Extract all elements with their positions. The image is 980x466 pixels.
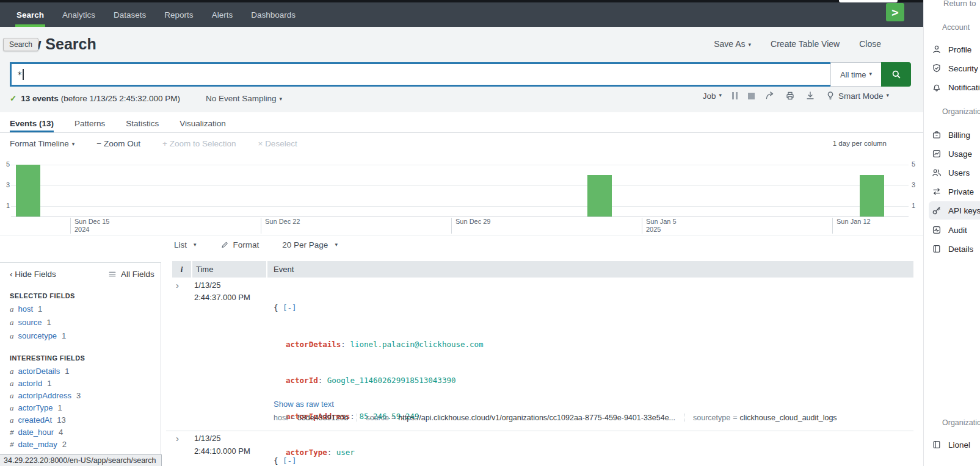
x-icon: × [258, 139, 263, 148]
tab-patterns[interactable]: Patterns [74, 115, 105, 132]
text-cursor [23, 69, 24, 80]
nav-item-alerts[interactable]: Alerts [203, 2, 242, 27]
panel-item-details[interactable]: Details [932, 242, 980, 256]
fields-sidebar: ‹ Hide Fields All Fields SELECTED FIELDS… [0, 262, 161, 466]
save-as-button[interactable]: Save As▾ [714, 39, 751, 49]
zoom-out-button[interactable]: − Zoom Out [96, 139, 140, 148]
format-results-menu[interactable]: Format [220, 240, 260, 249]
chevron-down-icon: ▾ [280, 96, 283, 102]
search-input[interactable]: * [10, 62, 836, 87]
job-menu[interactable]: Job▾ [703, 91, 722, 101]
y-axis-label: 3 [912, 181, 918, 188]
collapse-toggle[interactable]: [-] [283, 456, 297, 465]
tab-visualization[interactable]: Visualization [180, 115, 226, 132]
app-navbar: Search Analytics Datasets Reports Alerts… [0, 2, 923, 27]
print-icon [785, 91, 795, 101]
format-timeline-menu[interactable]: Format Timeline▾ [10, 139, 74, 148]
all-fields-button[interactable]: All Fields [107, 270, 154, 279]
panel-item-security[interactable]: Security [932, 62, 980, 75]
x-axis-label: Sun Jan 52025 [642, 218, 823, 234]
hide-fields-button[interactable]: ‹ Hide Fields [10, 270, 56, 279]
journal-icon [932, 440, 942, 450]
panel-item-private[interactable]: Private [932, 185, 980, 198]
collapse-toggle[interactable]: [-] [283, 303, 297, 312]
timeline-bar[interactable] [587, 175, 612, 217]
timeline-bar[interactable] [16, 165, 40, 217]
field-item-date_hour[interactable]: #date_hour4 [10, 428, 63, 437]
stop-button[interactable] [748, 93, 755, 99]
shield-check-icon [932, 63, 942, 73]
y-axis-label: 5 [912, 160, 918, 168]
per-page-menu[interactable]: 20 Per Page▾ [282, 240, 338, 249]
event-sampling-menu[interactable]: No Event Sampling▾ [206, 94, 282, 103]
field-item-sourcetype[interactable]: asourcetype1 [10, 331, 66, 341]
print-button[interactable] [785, 91, 795, 101]
arrows-left-right-icon [932, 187, 942, 196]
field-item-date_mday[interactable]: #date_mday2 [10, 440, 67, 450]
search-mode-menu[interactable]: Smart Mode▾ [826, 91, 889, 101]
job-status: ✓ 13 events (before 1/13/25 2:45:32.000 … [10, 93, 282, 103]
event-expander[interactable]: › [176, 434, 179, 443]
nav-item-analytics[interactable]: Analytics [53, 2, 104, 27]
timeline-scale-note: 1 day per column [833, 140, 887, 147]
meta-sourcetype[interactable]: sourcetype=clickhouse_cloud_audit_logs [684, 414, 846, 422]
panel-item-users[interactable]: Users [932, 166, 980, 179]
x-axis-label: Sun Dec 29 [451, 218, 633, 234]
close-button[interactable]: Close [859, 39, 881, 49]
y-axis-label: 3 [4, 181, 10, 188]
field-item-source[interactable]: asource1 [10, 318, 51, 328]
tab-events[interactable]: Events (13) [10, 115, 54, 132]
json-field[interactable]: actorId: Google_114602629918513043390 [274, 375, 524, 387]
event-expander[interactable]: › [176, 281, 179, 290]
panel-item-profile[interactable]: Profile [932, 43, 980, 56]
pause-icon [736, 92, 738, 99]
list-view-menu[interactable]: List▾ [174, 240, 197, 249]
panel-item-usage[interactable]: Usage [932, 147, 980, 160]
nav-item-datasets[interactable]: Datasets [104, 2, 155, 27]
user-icon [932, 45, 942, 54]
deselect-button: × Deselect [258, 139, 297, 148]
panel-item-billing[interactable]: Billing [932, 128, 980, 142]
show-raw-text-link[interactable]: Show as raw text [274, 400, 334, 409]
meta-host[interactable]: host=53de4339120b [274, 414, 357, 422]
list-icon [107, 270, 117, 278]
export-button[interactable] [805, 91, 815, 101]
nav-item-dashboards[interactable]: Dashboards [242, 2, 305, 27]
time-range-picker[interactable]: All time▾ [830, 62, 882, 87]
event-date: 1/13/25 [194, 281, 220, 290]
splunk-logo-icon[interactable]: > [886, 3, 904, 21]
field-item-actorDetails[interactable]: aactorDetails1 [10, 367, 69, 376]
panel-item-organization-lionel[interactable]: Lionel [932, 438, 980, 451]
gridline [11, 165, 909, 165]
field-item-host[interactable]: ahost1 [10, 304, 42, 314]
panel-item-notifications[interactable]: Notifications [932, 81, 980, 94]
chevron-down-icon: ▾ [749, 41, 752, 48]
chevron-down-icon: ▾ [72, 141, 75, 147]
tab-statistics[interactable]: Statistics [126, 115, 159, 132]
event-time: 2:44:37.000 PM [194, 293, 250, 302]
return-to-link[interactable]: Return to [943, 0, 976, 8]
field-item-actorId[interactable]: aactorId1 [10, 379, 51, 389]
search-query-text: * [17, 70, 22, 79]
share-button[interactable] [765, 91, 775, 101]
field-item-actorType[interactable]: aactorType1 [10, 403, 62, 413]
interesting-fields-header: INTERESTING FIELDS [10, 354, 85, 362]
event-timeline-chart[interactable] [11, 160, 909, 217]
create-table-view-button[interactable]: Create Table View [771, 39, 840, 49]
search-button[interactable] [881, 62, 911, 87]
panel-item-api-keys[interactable]: API keys [932, 204, 980, 217]
panel-item-audit[interactable]: Audit [932, 223, 980, 237]
field-item-actorIpAddress[interactable]: aactorIpAddress3 [10, 391, 81, 401]
field-item-createdAt[interactable]: acreatedAt13 [10, 415, 66, 425]
pause-button[interactable] [732, 92, 738, 99]
lightbulb-icon [826, 91, 835, 101]
job-controls: Job▾ Smart Mode▾ [703, 91, 889, 101]
json-field[interactable]: actorDetails: lionel.palacin@clickhouse.… [274, 339, 524, 351]
timeline-bar[interactable] [860, 175, 884, 217]
event-json: { [-] actorDetails: lionel.palacin@click… [274, 431, 484, 466]
header-actions: Save As▾ Create Table View Close [714, 39, 881, 49]
nav-item-search[interactable]: Search [7, 2, 53, 27]
organization-section-label: Organization [942, 107, 980, 116]
meta-source[interactable]: source=https://api.clickhouse.cloud/v1/o… [357, 414, 684, 422]
nav-item-reports[interactable]: Reports [155, 2, 202, 27]
